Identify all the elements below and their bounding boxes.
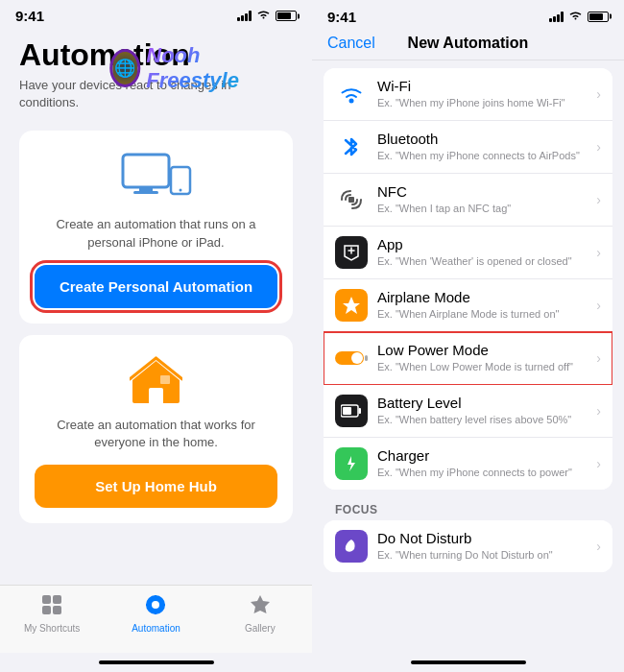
charger-item-text: Charger Ex. "When my iPhone connects to … <box>377 447 592 479</box>
svg-rect-23 <box>359 408 362 414</box>
svg-rect-1 <box>139 187 153 191</box>
list-item-bluetooth[interactable]: Bluetooth Ex. "When my iPhone connects t… <box>324 121 612 174</box>
home-card-desc: Create an automation that works for ever… <box>35 417 277 451</box>
svg-rect-9 <box>42 606 51 614</box>
main-list-section: Wi-Fi Ex. "When my iPhone joins home Wi-… <box>324 68 612 490</box>
svg-point-4 <box>179 189 181 192</box>
svg-point-17 <box>349 99 354 104</box>
nfc-subtitle: Ex. "When I tap an NFC tag" <box>377 202 592 215</box>
wifi-status-icon-right <box>568 8 583 25</box>
home-indicator-right <box>312 653 624 672</box>
wifi-item-icon <box>335 78 368 110</box>
app-chevron: › <box>596 245 601 260</box>
charger-chevron: › <box>596 456 601 471</box>
svg-rect-24 <box>343 407 351 415</box>
bluetooth-title: Bluetooth <box>377 131 592 148</box>
app-item-text: App Ex. "When 'Weather' is opened or clo… <box>377 236 592 268</box>
list-item-airplane[interactable]: Airplane Mode Ex. "When Airplane Mode is… <box>324 279 612 332</box>
tab-my-shortcuts[interactable]: My Shortcuts <box>0 593 104 634</box>
list-container[interactable]: Wi-Fi Ex. "When my iPhone joins home Wi-… <box>312 60 624 653</box>
list-item-donotdisturb[interactable]: Do Not Disturb Ex. "When turning Do Not … <box>324 520 612 572</box>
lowpower-item-text: Low Power Mode Ex. "When Low Power Mode … <box>377 342 592 373</box>
app-subtitle: Ex. "When 'Weather' is opened or closed" <box>377 254 592 268</box>
right-panel: 9:41 Cancel New Automation <box>312 0 624 672</box>
battery-status-icon-right <box>588 12 609 22</box>
donotdisturb-chevron: › <box>596 539 601 554</box>
bluetooth-subtitle: Ex. "When my iPhone connects to AirPods" <box>377 149 592 162</box>
watermark-avatar: 🌐 <box>109 49 141 87</box>
home-automation-card: Create an automation that works for ever… <box>19 335 293 523</box>
home-icon <box>128 354 185 407</box>
tab-automation[interactable]: Automation <box>104 593 207 634</box>
svg-rect-10 <box>53 606 61 614</box>
battery-subtitle: Ex. "When battery level rises above 50%" <box>377 413 592 426</box>
create-personal-automation-button[interactable]: Create Personal Automation <box>35 265 277 308</box>
nfc-chevron: › <box>596 192 601 207</box>
donotdisturb-subtitle: Ex. "When turning Do Not Disturb on" <box>377 548 592 562</box>
tab-gallery-icon <box>249 593 272 620</box>
home-indicator-left <box>0 653 312 672</box>
bluetooth-item-icon <box>335 131 368 163</box>
app-item-icon <box>335 236 368 269</box>
focus-list-section: Do Not Disturb Ex. "When turning Do Not … <box>324 520 612 572</box>
svg-rect-21 <box>365 355 368 361</box>
list-item-app[interactable]: App Ex. "When 'Weather' is opened or clo… <box>324 227 612 279</box>
tab-gallery-label: Gallery <box>245 623 276 634</box>
watermark: 🌐 Nooh Freestyle <box>109 43 266 93</box>
signal-icon <box>237 11 252 21</box>
time-left: 9:41 <box>15 8 44 24</box>
svg-rect-6 <box>160 375 170 384</box>
wifi-item-text: Wi-Fi Ex. "When my iPhone joins home Wi-… <box>377 78 592 109</box>
battery-chevron: › <box>596 403 601 419</box>
bluetooth-chevron: › <box>596 139 601 155</box>
app-title: App <box>377 236 592 253</box>
donotdisturb-item-text: Do Not Disturb Ex. "When turning Do Not … <box>377 530 592 562</box>
nav-bar: Cancel New Automation <box>312 29 624 60</box>
nfc-title: NFC <box>377 183 592 201</box>
personal-automation-card: Create an automation that runs on a pers… <box>19 131 293 323</box>
lowpower-title: Low Power Mode <box>377 342 592 359</box>
cancel-button[interactable]: Cancel <box>327 35 375 52</box>
svg-point-20 <box>351 352 363 364</box>
list-item-battery[interactable]: Battery Level Ex. "When battery level ri… <box>324 385 612 438</box>
nfc-item-text: NFC Ex. "When I tap an NFC tag" <box>377 183 592 215</box>
list-item-charger[interactable]: Charger Ex. "When my iPhone connects to … <box>324 438 612 490</box>
charger-subtitle: Ex. "When my iPhone connects to power" <box>377 466 592 479</box>
status-bar-left: 9:41 <box>0 0 312 28</box>
tab-gallery[interactable]: Gallery <box>208 593 312 634</box>
signal-icon-right <box>549 12 564 22</box>
left-panel: 9:41 🌐 Nooh Freestyle <box>0 0 312 672</box>
battery-title: Battery Level <box>377 395 592 412</box>
svg-rect-18 <box>348 197 354 203</box>
battery-status-icon <box>276 11 297 21</box>
nfc-item-icon <box>335 183 368 216</box>
airplane-item-text: Airplane Mode Ex. "When Airplane Mode is… <box>377 289 592 321</box>
svg-rect-2 <box>133 191 158 194</box>
list-item-wifi[interactable]: Wi-Fi Ex. "When my iPhone joins home Wi-… <box>324 68 612 121</box>
nav-title: New Automation <box>408 35 529 52</box>
tab-shortcuts-label: My Shortcuts <box>24 623 80 634</box>
focus-section-header: FOCUS <box>312 497 624 520</box>
time-right: 9:41 <box>327 9 356 25</box>
status-icons-right <box>549 8 609 25</box>
svg-rect-7 <box>42 595 51 604</box>
tab-automation-icon <box>144 593 167 620</box>
status-icons-left <box>237 10 297 22</box>
battery-item-icon <box>335 395 368 427</box>
airplane-item-icon <box>335 289 368 322</box>
tab-shortcuts-icon <box>40 593 63 620</box>
list-item-lowpower[interactable]: Low Power Mode Ex. "When Low Power Mode … <box>324 332 612 385</box>
lowpower-chevron: › <box>596 350 601 366</box>
tab-automation-label: Automation <box>132 623 180 634</box>
tab-bar: My Shortcuts Automation Gal <box>0 585 312 653</box>
watermark-text: Nooh Freestyle <box>146 43 265 93</box>
list-item-nfc[interactable]: NFC Ex. "When I tap an NFC tag" › <box>324 174 612 227</box>
status-bar-right: 9:41 <box>312 0 624 29</box>
setup-home-hub-button[interactable]: Set Up Home Hub <box>35 465 277 508</box>
charger-title: Charger <box>377 447 592 465</box>
bluetooth-item-text: Bluetooth Ex. "When my iPhone connects t… <box>377 131 592 162</box>
airplane-title: Airplane Mode <box>377 289 592 306</box>
svg-rect-0 <box>123 155 169 187</box>
charger-item-icon <box>335 447 368 480</box>
donotdisturb-title: Do Not Disturb <box>377 530 592 547</box>
